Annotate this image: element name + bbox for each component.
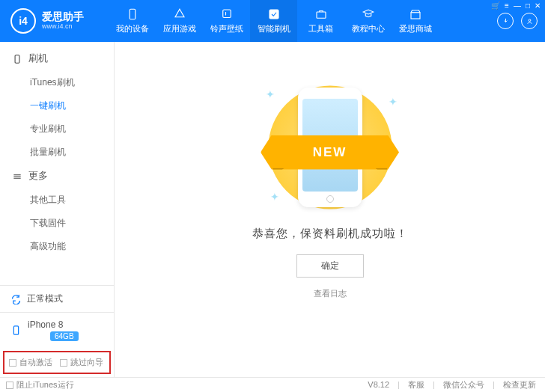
nav-flash[interactable]: 智能刷机 <box>250 0 297 42</box>
tutorial-icon <box>362 7 375 21</box>
minimize-icon[interactable]: — <box>514 1 521 10</box>
checkbox-icon <box>6 382 13 389</box>
device-row[interactable]: iPhone 8 64GB <box>0 313 114 348</box>
app-logo: i4 爱思助手 www.i4.cn <box>0 8 109 34</box>
nav-toolbox[interactable]: 工具箱 <box>297 0 344 42</box>
separator: | <box>493 380 495 389</box>
checkbox-block-itunes[interactable]: 阻止iTunes运行 <box>6 379 74 391</box>
sidebar-item-itunes-flash[interactable]: iTunes刷机 <box>0 71 114 94</box>
cart-icon[interactable]: 🛒 <box>491 1 500 10</box>
menu-icon[interactable]: ≡ <box>505 1 509 10</box>
sparkle-icon: ✦ <box>389 96 398 108</box>
checkbox-label: 跳过向导 <box>70 357 103 368</box>
link-wechat[interactable]: 微信公众号 <box>443 380 484 389</box>
nav-label: 铃声壁纸 <box>210 23 243 34</box>
view-log-link[interactable]: 查看日志 <box>314 288 347 299</box>
maximize-icon[interactable]: □ <box>526 1 530 10</box>
nav-label: 智能刷机 <box>258 23 290 34</box>
app-name: 爱思助手 <box>42 11 84 22</box>
checkbox-icon <box>60 359 67 367</box>
svg-rect-7 <box>13 326 18 334</box>
device-name: iPhone 8 <box>28 319 79 330</box>
sidebar-item-batch-flash[interactable]: 批量刷机 <box>0 141 114 164</box>
nav-label: 我的设备 <box>116 23 149 34</box>
nav-label: 应用游戏 <box>163 23 196 34</box>
sidebar-group-flash: 刷机 <box>0 46 114 71</box>
svg-rect-6 <box>15 55 19 63</box>
svg-rect-2 <box>270 10 278 19</box>
sparkle-icon: ✦ <box>266 88 275 100</box>
device-phone-icon <box>10 325 22 336</box>
nav-ringtone[interactable]: 铃声壁纸 <box>203 0 250 42</box>
svg-rect-4 <box>411 13 420 19</box>
sidebar-item-download-fw[interactable]: 下载固件 <box>0 212 114 235</box>
app-site: www.i4.cn <box>42 23 84 31</box>
nav-store[interactable]: 爱思商城 <box>392 0 439 42</box>
new-ribbon: NEW <box>261 135 399 169</box>
group-title: 更多 <box>28 170 48 183</box>
nav-label: 教程中心 <box>352 23 385 34</box>
success-message: 恭喜您，保资料刷机成功啦！ <box>252 227 408 241</box>
separator: | <box>433 380 435 389</box>
music-icon <box>220 7 234 21</box>
logo-badge: i4 <box>10 8 36 34</box>
svg-rect-1 <box>222 10 231 18</box>
checkbox-auto-activate[interactable]: 自动激活 <box>9 357 52 368</box>
link-service[interactable]: 客服 <box>408 380 424 389</box>
refresh-icon <box>10 293 22 304</box>
toolbox-icon <box>314 7 328 21</box>
svg-rect-0 <box>130 9 136 19</box>
nav-label: 工具箱 <box>308 23 333 34</box>
apps-icon <box>173 7 186 21</box>
device-icon <box>126 7 139 21</box>
nav-label: 爱思商城 <box>399 23 432 34</box>
ok-button[interactable]: 确定 <box>296 254 364 278</box>
user-icon[interactable] <box>521 13 538 29</box>
capacity-badge: 64GB <box>50 331 79 341</box>
version-label: V8.12 <box>368 380 389 389</box>
sidebar-item-other-tools[interactable]: 其他工具 <box>0 189 114 212</box>
separator: | <box>398 380 400 389</box>
nav-tutorial[interactable]: 教程中心 <box>344 0 392 42</box>
close-icon[interactable]: ✕ <box>535 1 541 10</box>
group-title: 刷机 <box>28 52 48 65</box>
link-update[interactable]: 检查更新 <box>503 380 536 389</box>
phone-icon <box>12 54 22 64</box>
download-icon[interactable] <box>497 13 514 29</box>
svg-point-5 <box>529 19 531 21</box>
checkbox-icon <box>9 359 16 367</box>
svg-rect-3 <box>317 12 326 18</box>
flash-icon <box>267 7 281 21</box>
mode-label: 正常模式 <box>27 293 63 305</box>
checkbox-label: 阻止iTunes运行 <box>16 379 74 391</box>
sidebar-group-more: 更多 <box>0 164 114 189</box>
store-icon <box>409 7 422 21</box>
device-mode-row[interactable]: 正常模式 <box>0 286 114 313</box>
more-icon <box>12 171 22 182</box>
success-illustration: ✦ ✦ ✦ NEW <box>248 85 412 209</box>
sidebar-item-oneclick-flash[interactable]: 一键刷机 <box>0 94 114 117</box>
sparkle-icon: ✦ <box>270 191 279 203</box>
options-highlight-box: 自动激活 跳过向导 <box>3 351 111 374</box>
nav-device[interactable]: 我的设备 <box>109 0 156 42</box>
checkbox-skip-setup[interactable]: 跳过向导 <box>60 357 103 368</box>
nav-apps[interactable]: 应用游戏 <box>156 0 203 42</box>
sidebar-item-pro-flash[interactable]: 专业刷机 <box>0 117 114 141</box>
checkbox-label: 自动激活 <box>19 357 52 368</box>
sidebar-item-advanced[interactable]: 高级功能 <box>0 235 114 258</box>
